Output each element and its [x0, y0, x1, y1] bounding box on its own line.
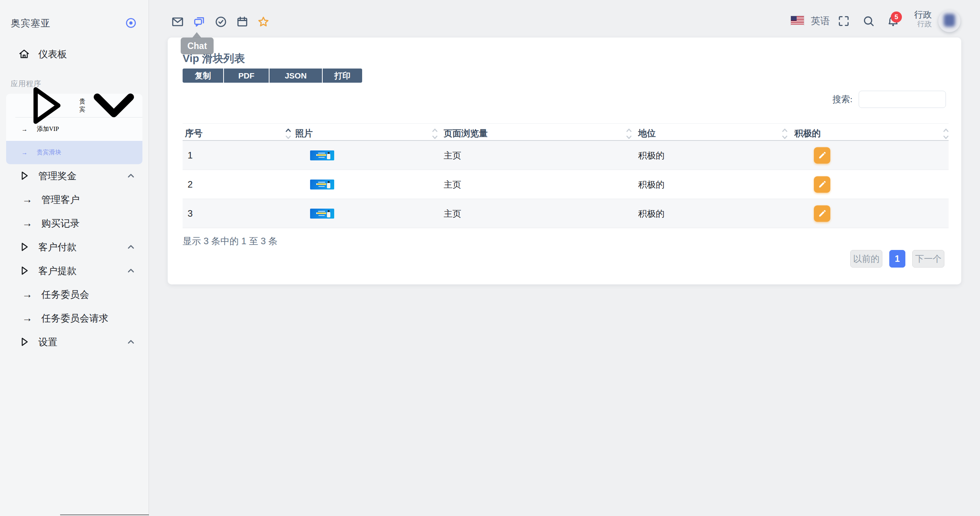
sidebar-item-label: 设置	[38, 336, 57, 348]
sidebar-item-label: 客户提款	[38, 265, 77, 277]
sort-desc-icon[interactable]	[285, 135, 291, 140]
cell-pageview: 主页	[444, 178, 461, 190]
user-role: 行政	[905, 20, 932, 28]
table-row: 2 主页 积极的	[183, 170, 949, 199]
sort-asc-icon[interactable]	[285, 128, 291, 132]
search-input[interactable]	[859, 91, 946, 108]
sidebar-item-label: 任务委员会请求	[41, 312, 108, 325]
sort-asc-icon[interactable]	[943, 128, 949, 132]
chevron-up-icon	[127, 338, 135, 346]
chat-icon[interactable]	[193, 15, 206, 28]
sidebar-item-manage-bonus[interactable]: 管理奖金	[0, 164, 149, 188]
play-icon	[18, 241, 30, 253]
mail-icon[interactable]	[171, 15, 184, 28]
edit-button[interactable]	[814, 205, 830, 222]
notification-badge: 5	[891, 11, 902, 23]
cell-serial: 3	[188, 208, 193, 219]
sidebar-item-vip[interactable]: 贵宾	[6, 94, 142, 117]
language-label: 英语	[811, 15, 830, 27]
sidebar-item-manage-customers[interactable]: → 管理客户	[0, 188, 149, 211]
language-selector[interactable]: 英语	[791, 14, 830, 28]
todo-check-icon[interactable]	[214, 15, 227, 28]
sidebar-item-label: 管理奖金	[38, 170, 77, 182]
arrow-icon: →	[21, 289, 33, 300]
table-header: 序号 照片 页面浏览量 地位 积极的	[183, 123, 949, 141]
play-icon	[18, 170, 30, 181]
sort-desc-icon[interactable]	[943, 135, 949, 140]
export-button-group: 复制 PDF JSON 打印	[183, 69, 362, 83]
arrow-icon: →	[21, 194, 33, 206]
sidebar-item-label: 客户付款	[38, 241, 77, 253]
tooltip-arrow	[192, 32, 201, 38]
copy-button[interactable]: 复制	[183, 69, 223, 83]
calendar-icon[interactable]	[236, 15, 249, 28]
sidebar-pin-icon[interactable]	[125, 17, 137, 29]
main-area: Chat 英语 5 行政 行政 Vip 滑块列表 复制 PDF JSON 打印 …	[149, 0, 980, 516]
sidebar-item-settings[interactable]: 设置	[0, 330, 149, 354]
table-row: 3 主页 积极的	[183, 199, 949, 228]
slider-photo-thumbnail	[310, 209, 334, 219]
sidebar-item-dashboard[interactable]: 仪表板	[0, 42, 149, 66]
sidebar-item-task-committee[interactable]: → 任务委员会	[0, 282, 149, 306]
user-name: 行政	[905, 10, 932, 20]
sidebar-item-label: 仪表板	[38, 48, 67, 60]
column-header-photo[interactable]: 照片	[295, 127, 313, 139]
slider-photo-thumbnail	[310, 150, 334, 160]
cell-status: 积极的	[638, 178, 665, 190]
search-label: 搜索:	[833, 93, 853, 105]
pencil-icon	[817, 150, 827, 160]
sort-desc-icon[interactable]	[432, 135, 438, 140]
sidebar-item-vip-slider[interactable]: → 贵宾滑块	[6, 141, 142, 164]
previous-page-button[interactable]: 以前的	[850, 250, 882, 268]
sort-asc-icon[interactable]	[432, 128, 438, 132]
edit-button[interactable]	[814, 147, 830, 163]
column-header-serial[interactable]: 序号	[185, 127, 203, 139]
sort-desc-icon[interactable]	[782, 135, 788, 140]
cell-pageview: 主页	[444, 149, 461, 161]
slider-photo-thumbnail	[310, 180, 334, 189]
fullscreen-icon[interactable]	[837, 15, 850, 28]
user-menu[interactable]: 行政 行政	[905, 10, 932, 33]
search-icon[interactable]	[862, 15, 875, 28]
column-header-active[interactable]: 积极的	[794, 127, 821, 139]
arrow-icon: →	[21, 126, 28, 133]
sort-desc-icon[interactable]	[626, 135, 632, 140]
cell-serial: 1	[188, 150, 193, 161]
sidebar-scroll-divider	[60, 514, 149, 515]
page-number-button[interactable]: 1	[889, 250, 905, 268]
record-icon	[125, 17, 137, 29]
play-icon	[18, 265, 30, 276]
pencil-icon	[817, 209, 827, 219]
cell-status: 积极的	[638, 149, 665, 161]
pdf-button[interactable]: PDF	[224, 69, 269, 83]
sidebar-item-label: 贵宾滑块	[37, 149, 61, 157]
play-icon	[18, 336, 30, 348]
sidebar-item-task-committee-requests[interactable]: → 任务委员会请求	[0, 306, 149, 330]
arrow-icon: →	[21, 149, 28, 156]
sidebar-item-customer-payments[interactable]: 客户付款	[0, 235, 149, 259]
chevron-up-icon	[127, 243, 135, 251]
json-button[interactable]: JSON	[270, 69, 322, 83]
next-page-button[interactable]: 下一个	[912, 250, 944, 268]
arrow-icon: →	[21, 312, 33, 324]
home-icon	[18, 48, 30, 60]
column-header-pageviews[interactable]: 页面浏览量	[444, 127, 488, 139]
sidebar-item-purchase-history[interactable]: → 购买记录	[0, 211, 149, 235]
pagination: 以前的 1 下一个	[850, 250, 944, 268]
sort-asc-icon[interactable]	[626, 128, 632, 132]
sidebar-item-add-vip[interactable]: → 添加VIP	[6, 118, 142, 141]
chevron-up-icon	[127, 266, 135, 275]
cell-status: 积极的	[638, 207, 665, 219]
print-button[interactable]: 打印	[323, 69, 362, 83]
avatar[interactable]	[938, 10, 960, 32]
app-root: 奥宾塞亚 仪表板 应用程序 贵宾 → 添加VIP → 贵宾滑块	[0, 0, 980, 516]
column-header-status[interactable]: 地位	[638, 127, 656, 139]
sort-asc-icon[interactable]	[782, 128, 788, 132]
sidebar-item-label: 管理客户	[41, 193, 80, 206]
table-row: 1 主页 积极的	[183, 141, 949, 170]
sidebar-item-label: 购买记录	[41, 217, 80, 230]
sidebar-item-customer-withdrawals[interactable]: 客户提款	[0, 259, 149, 282]
sidebar-item-label: 添加VIP	[37, 125, 59, 133]
edit-button[interactable]	[814, 176, 830, 193]
star-icon[interactable]	[257, 15, 270, 28]
